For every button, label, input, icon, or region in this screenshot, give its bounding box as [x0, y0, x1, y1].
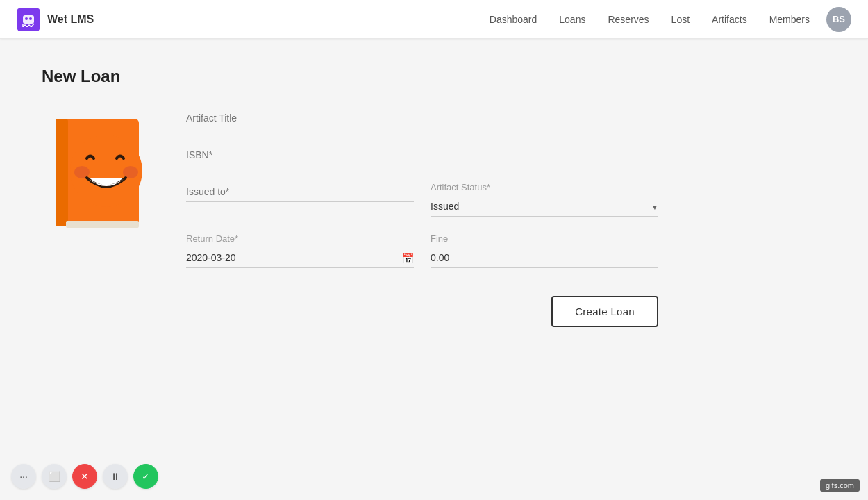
svg-rect-0 — [23, 15, 34, 24]
artifact-status-label: Artifact Status* — [431, 182, 658, 192]
return-date-label: Return Date* — [186, 233, 414, 244]
header: Wet LMS Dashboard Loans Reserves Lost Ar… — [0, 0, 868, 39]
artifact-status-wrapper: Issued Returned Lost ▼ — [431, 197, 658, 217]
main-nav: Dashboard Loans Reserves Lost Artifacts … — [490, 14, 810, 25]
artifact-status-group: Artifact Status* Issued Returned Lost ▼ — [431, 182, 658, 217]
book-illustration — [42, 108, 153, 247]
more-options-button[interactable]: ··· — [11, 464, 36, 489]
nav-reserves[interactable]: Reserves — [608, 14, 649, 25]
svg-point-1 — [25, 17, 28, 20]
create-loan-button[interactable]: Create Loan — [551, 296, 658, 327]
return-date-group: Return Date* 📅 — [186, 233, 414, 268]
issued-status-row: Artifact Status* Issued Returned Lost ▼ — [186, 182, 658, 217]
nav-dashboard[interactable]: Dashboard — [490, 14, 537, 25]
form-area: Artifact Status* Issued Returned Lost ▼ … — [42, 108, 826, 327]
svg-rect-5 — [66, 221, 139, 228]
isbn-group — [186, 145, 658, 165]
nav-artifacts[interactable]: Artifacts — [712, 14, 747, 25]
button-area: Create Loan — [186, 296, 658, 327]
main-content: New Loan — [0, 39, 868, 355]
issued-to-group — [186, 182, 414, 217]
fine-group: Fine — [431, 233, 658, 268]
check-icon: ✓ — [142, 471, 150, 482]
pause-icon: ⏸ — [110, 471, 120, 482]
artifact-status-select[interactable]: Issued Returned Lost — [431, 197, 658, 217]
gifs-badge: gifs.com — [820, 479, 860, 492]
form-fields: Artifact Status* Issued Returned Lost ▼ … — [186, 108, 658, 327]
nav-lost[interactable]: Lost — [671, 14, 690, 25]
fine-label: Fine — [431, 233, 658, 244]
return-date-input[interactable] — [186, 248, 414, 268]
close-icon: ✕ — [81, 471, 89, 482]
svg-rect-4 — [56, 119, 68, 226]
fine-input[interactable] — [431, 248, 658, 268]
return-date-wrapper: 📅 — [186, 248, 414, 268]
camera-button[interactable]: ⬜ — [42, 464, 67, 489]
nav-loans[interactable]: Loans — [559, 14, 585, 25]
logo-icon — [17, 8, 40, 31]
camera-icon: ⬜ — [49, 471, 60, 482]
artifact-title-group — [186, 108, 658, 128]
issued-to-input[interactable] — [186, 182, 414, 202]
logo-area: Wet LMS — [17, 8, 94, 31]
isbn-input[interactable] — [186, 145, 658, 165]
pause-button[interactable]: ⏸ — [103, 464, 128, 489]
artifact-title-input[interactable] — [186, 108, 658, 128]
page-title: New Loan — [42, 67, 826, 86]
more-options-icon: ··· — [19, 471, 28, 482]
svg-point-2 — [29, 17, 32, 20]
user-avatar[interactable]: BS — [826, 7, 851, 32]
nav-members[interactable]: Members — [769, 14, 810, 25]
confirm-button[interactable]: ✓ — [133, 464, 158, 489]
close-button[interactable]: ✕ — [72, 464, 97, 489]
bottom-toolbar: ··· ⬜ ✕ ⏸ ✓ — [11, 464, 158, 489]
date-fine-row: Return Date* 📅 Fine — [186, 233, 658, 268]
logo-text: Wet LMS — [47, 13, 94, 26]
